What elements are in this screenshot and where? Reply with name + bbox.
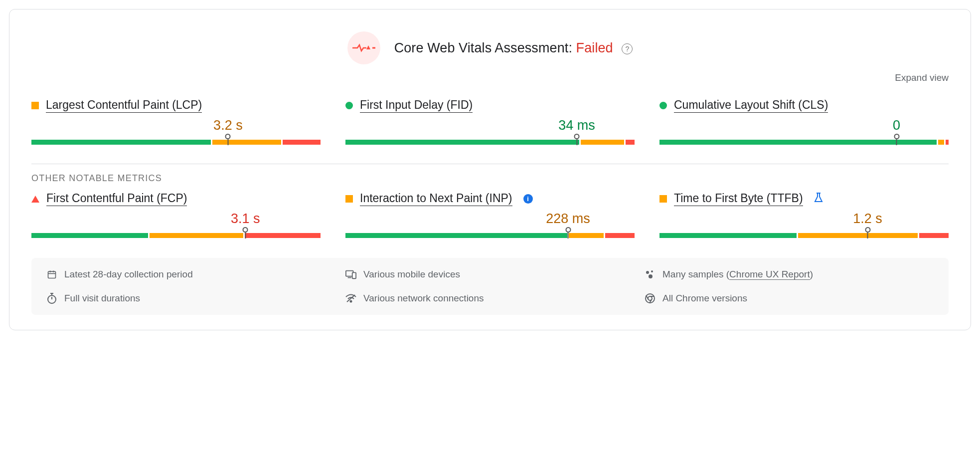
metric-value: 3.1 s (231, 209, 260, 227)
distribution-bar (659, 140, 949, 145)
percentile-marker (243, 227, 248, 238)
status-square-icon (345, 195, 353, 203)
calendar-icon (46, 269, 57, 280)
other-metrics-label: Other Notable Metrics (9, 173, 971, 187)
metric-value: 1.2 s (853, 209, 882, 227)
other-metrics-grid: First Contentful Paint (FCP) 3.1 s Inter… (9, 187, 971, 248)
title-prefix: Core Web Vitals Assessment: (394, 40, 576, 55)
dist-segment (283, 140, 321, 145)
dist-segment (345, 233, 567, 238)
metric-interaction-to-next-paint-inp: Interaction to Next Paint (INP) i 228 ms (345, 192, 635, 238)
distribution-bar (31, 140, 321, 145)
dist-segment (919, 233, 949, 238)
dist-segment (798, 233, 918, 238)
info-icon[interactable]: i (523, 194, 533, 204)
dist-segment (212, 140, 282, 145)
footer-devices: Various mobile devices (345, 269, 635, 280)
percentile-marker (894, 134, 899, 145)
metric-first-input-delay-fid: First Input Delay (FID) 34 ms (345, 98, 635, 145)
devices-icon (345, 269, 356, 280)
network-icon (345, 293, 356, 304)
svg-point-17 (350, 301, 352, 302)
dist-segment (245, 233, 321, 238)
metric-value: 3.2 s (213, 116, 243, 133)
dist-segment (569, 233, 604, 238)
footer-devices-text: Various mobile devices (363, 269, 460, 280)
samples-icon (645, 269, 655, 280)
dist-segment (345, 140, 579, 145)
status-triangle-icon (31, 196, 39, 203)
footer-network: Various network connections (345, 293, 635, 304)
status-square-icon (31, 102, 39, 109)
svg-rect-1 (372, 47, 375, 49)
svg-point-11 (651, 270, 653, 272)
metric-value: 34 ms (558, 116, 595, 133)
percentile-marker (865, 227, 870, 238)
distribution-bar (31, 233, 321, 238)
dist-segment (581, 140, 625, 145)
cwv-card: Core Web Vitals Assessment: Failed ? Exp… (9, 9, 971, 330)
status-square-icon (659, 195, 667, 203)
metric-name-link[interactable]: Time to First Byte (TTFB) (674, 192, 803, 206)
distribution-bar (345, 233, 635, 238)
percentile-marker (225, 134, 231, 145)
experimental-icon[interactable] (814, 193, 823, 206)
divider (31, 164, 949, 164)
assessment-status: Failed (576, 40, 613, 55)
crux-report-link[interactable]: Chrome UX Report (729, 269, 810, 280)
help-icon[interactable]: ? (622, 43, 633, 54)
metric-name-link[interactable]: Cumulative Layout Shift (CLS) (674, 98, 828, 113)
stopwatch-icon (46, 293, 57, 304)
svg-point-10 (646, 271, 649, 274)
footer-period: Latest 28-day collection period (46, 269, 335, 280)
dist-segment (150, 233, 243, 238)
percentile-marker (574, 134, 580, 145)
metric-first-contentful-paint-fcp: First Contentful Paint (FCP) 3.1 s (31, 192, 321, 238)
distribution-bar (659, 233, 949, 238)
percentile-marker (565, 227, 571, 238)
dist-segment (626, 140, 635, 145)
footer-panel: Latest 28-day collection period Various … (31, 258, 949, 315)
pulse-icon (347, 31, 380, 64)
dist-segment (605, 233, 635, 238)
footer-samples-text: Many samples (Chrome UX Report) (662, 269, 813, 280)
assessment-header: Core Web Vitals Assessment: Failed ? (9, 9, 971, 70)
footer-chrome-text: All Chrome versions (662, 293, 747, 304)
dist-segment (938, 140, 944, 145)
dist-segment (946, 140, 949, 145)
metric-value: 228 ms (546, 209, 590, 227)
svg-point-12 (649, 274, 653, 278)
footer-samples: Many samples (Chrome UX Report) (645, 269, 934, 280)
status-dot-icon (659, 102, 667, 109)
footer-durations-text: Full visit durations (64, 293, 140, 304)
footer-chrome: All Chrome versions (645, 293, 934, 304)
status-dot-icon (345, 102, 353, 109)
chrome-icon (645, 293, 655, 304)
core-metrics-grid: Largest Contentful Paint (LCP) 3.2 s Fir… (9, 93, 971, 155)
assessment-title: Core Web Vitals Assessment: Failed ? (394, 40, 633, 56)
distribution-bar (345, 140, 635, 145)
metric-value: 0 (893, 116, 900, 133)
dist-segment (659, 233, 797, 238)
metric-name-link[interactable]: First Contentful Paint (FCP) (46, 192, 187, 206)
svg-rect-3 (48, 271, 56, 278)
footer-period-text: Latest 28-day collection period (64, 269, 193, 280)
metric-name-link[interactable]: Interaction to Next Paint (INP) (360, 192, 512, 206)
footer-durations: Full visit durations (46, 293, 335, 304)
metric-name-link[interactable]: First Input Delay (FID) (360, 98, 473, 113)
metric-name-link[interactable]: Largest Contentful Paint (LCP) (46, 98, 202, 113)
metric-time-to-first-byte-ttfb: Time to First Byte (TTFB) 1.2 s (659, 192, 949, 238)
dist-segment (31, 140, 211, 145)
svg-rect-9 (352, 272, 356, 278)
dist-segment (31, 233, 148, 238)
metric-cumulative-layout-shift-cls: Cumulative Layout Shift (CLS) 0 (659, 98, 949, 145)
footer-network-text: Various network connections (363, 293, 484, 304)
expand-view-link[interactable]: Expand view (9, 70, 971, 93)
metric-largest-contentful-paint-lcp: Largest Contentful Paint (LCP) 3.2 s (31, 98, 321, 145)
svg-marker-0 (366, 45, 370, 49)
